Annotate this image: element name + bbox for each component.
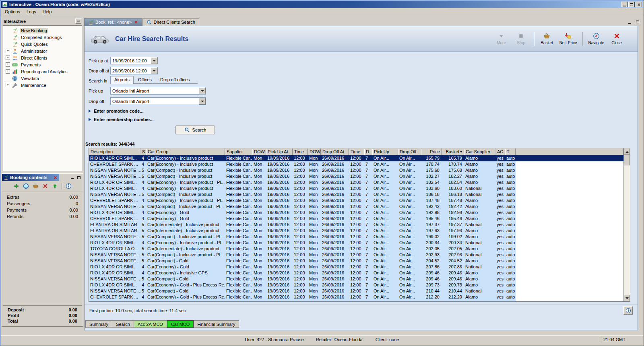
minimize-button[interactable]	[621, 2, 627, 7]
expand-plus-icon[interactable]: +	[6, 83, 10, 87]
result-row-6[interactable]: NISSAN VERSA NOTE ...5Car(Compact) - Inc…	[89, 192, 623, 198]
vertical-scrollbar[interactable]	[623, 148, 630, 301]
minimize-panel-button[interactable]	[69, 175, 75, 180]
chevron-down-icon[interactable]	[151, 67, 157, 74]
result-row-5[interactable]: RIO LX 4DR OR SIMI...4Car(Economy) - Inc…	[89, 185, 623, 192]
bottom-tab-summary[interactable]: Summary	[85, 320, 112, 328]
result-row-1[interactable]: CHEVROLET SPARK ...4Car(Economy) - Inclu…	[89, 161, 623, 167]
result-row-17[interactable]: NISSAN VERSA NOTE ...5Car(Compact) - Gol…	[89, 258, 623, 264]
bottom-tab-financial-summary[interactable]: Financial Summary	[194, 320, 239, 328]
result-row-14[interactable]: RIO LX 4DR OR SIMI...4Car(Economy) - Inc…	[89, 240, 623, 246]
chevron-down-icon[interactable]	[199, 87, 206, 94]
menu-logs[interactable]: Logs	[23, 8, 39, 15]
result-row-8[interactable]: NISSAN VERSA NOTE ...5Car(Compact) - Inc…	[89, 204, 623, 210]
result-row-18[interactable]: RIO LX 4DR OR SIMI...4Car(Economy) - Gol…	[89, 264, 623, 270]
result-row-0[interactable]: RIO LX 4DR OR SIMI...4Car(Economy) - Inc…	[89, 155, 623, 161]
result-row-13[interactable]: NISSAN VERSA NOTE ...5Car(Compact) - Inc…	[89, 234, 623, 240]
item-info-button[interactable]	[66, 183, 72, 189]
bottom-tab-search[interactable]: Search	[112, 320, 134, 328]
menu-options[interactable]: Options	[2, 8, 23, 15]
sidebar-item-completed-bookings[interactable]: Completed Bookings	[3, 34, 82, 41]
result-row-16[interactable]: NISSAN VERSA NOTE ...5Car(Compact) - Inc…	[89, 252, 623, 258]
column-header-dow-7[interactable]: DOW	[308, 148, 321, 155]
result-row-7[interactable]: CHEVROLET SPARK ...4Car(Economy) - Inclu…	[89, 198, 623, 204]
column-header-supplier-3[interactable]: Supplier	[225, 148, 252, 155]
dropoff-location-select[interactable]: Orlando Intl Airport	[110, 97, 206, 105]
expand-plus-icon[interactable]: +	[6, 49, 10, 53]
booking-row-payments[interactable]: Payments0.00	[2, 207, 83, 213]
chevron-down-icon[interactable]	[151, 57, 157, 64]
pickup-at-input[interactable]: 19/09/2016 12:00	[110, 57, 158, 64]
basket-transfer-button[interactable]	[33, 183, 39, 189]
search-in-tab-offices[interactable]: Offices	[134, 76, 156, 83]
pickup-location-select[interactable]: Orlando Intl Airport	[110, 87, 206, 95]
close-button[interactable]: Close	[609, 33, 624, 45]
basket-button[interactable]: Basket	[540, 33, 554, 45]
column-header-pick-up-at-5[interactable]: Pick Up At	[266, 148, 293, 155]
result-row-11[interactable]: ELANTRA OR SIMILAR5Car(Intermediate) - I…	[89, 222, 623, 228]
dropoff-at-input[interactable]: 26/09/2016 12:00	[110, 67, 158, 74]
search-button[interactable]: Search	[175, 126, 215, 134]
column-header-description-0[interactable]: Description	[89, 148, 140, 155]
bottom-tab-car-mco[interactable]: Car MCO	[167, 320, 194, 328]
maximize-button[interactable]	[628, 2, 635, 7]
tab-direct-clients-search[interactable]: Direct Clients Search	[142, 18, 199, 26]
restore-document-button[interactable]	[635, 19, 640, 25]
booking-row-deposit[interactable]: Deposit0.00	[3, 307, 82, 313]
collapse-panel-button[interactable]	[75, 19, 81, 24]
booking-row-extras[interactable]: Extras0.00	[2, 194, 83, 200]
sidebar-item-administrator[interactable]: +Administrator	[3, 47, 82, 54]
info-button[interactable]	[623, 306, 633, 315]
bottom-tab-acc-2a-mco[interactable]: Acc 2A MCO	[134, 320, 167, 328]
booking-row-refunds[interactable]: Refunds0.00	[2, 213, 83, 220]
column-header-price-13[interactable]: Price	[421, 148, 442, 155]
result-row-9[interactable]: RIO LX 4DR OR SIMI...4Car(Economy) - Gol…	[89, 210, 623, 216]
booking-row-profit[interactable]: Profit0.00	[3, 313, 82, 318]
menu-help[interactable]: Help	[39, 8, 55, 15]
result-row-12[interactable]: ELANTRA OR SIMILAR5Car(Intermediate) - I…	[89, 228, 623, 234]
booking-row-total[interactable]: Total0.00	[3, 318, 82, 324]
result-row-22[interactable]: NISSAN VERSA NOTE ...5Car(Compact) - Gol…	[89, 288, 623, 294]
column-header-ac-16[interactable]: AC	[495, 148, 505, 155]
sidebar-item-quick-quotes[interactable]: Quick Quotes	[3, 41, 82, 47]
membership-number-expander[interactable]: Enter membership number...	[89, 117, 154, 122]
result-row-2[interactable]: NISSAN VERSA NOTE ...5Car(Compact) - Inc…	[89, 167, 623, 173]
nett-price-button[interactable]: Nett Price	[559, 33, 577, 45]
scroll-down-button[interactable]	[624, 295, 630, 301]
column-header-time-9[interactable]: Time	[349, 148, 364, 155]
column-header-time-6[interactable]: Time	[293, 148, 308, 155]
search-in-tab-airports[interactable]: Airports	[110, 76, 134, 84]
column-header-car-group-2[interactable]: Car Group	[146, 148, 225, 155]
result-row-4[interactable]: RIO LX 4DR OR SIMI...4Car(Economy) - Inc…	[89, 179, 623, 185]
promotion-code-expander[interactable]: Enter promotion code...	[89, 109, 143, 113]
sidebar-item-reporting-and-analytics[interactable]: +Reporting and Analytics	[3, 68, 82, 75]
column-header-drop-off-at-8[interactable]: Drop Off At	[321, 148, 349, 155]
add-item-button[interactable]	[13, 183, 20, 189]
restore-panel-button[interactable]	[76, 175, 82, 180]
sidebar-item-new-booking[interactable]: New Booking	[3, 27, 82, 34]
result-row-23[interactable]: CHEVROLET SPARK ...4Car(Economy) - Gold …	[89, 294, 623, 300]
scrollbar-track[interactable]	[624, 165, 630, 295]
column-header-dow-4[interactable]: DOW	[252, 148, 266, 155]
column-header-d-10[interactable]: D	[364, 148, 372, 155]
close-booking-panel-button[interactable]	[53, 175, 58, 180]
expand-plus-icon[interactable]: +	[6, 56, 10, 60]
column-header-t-17[interactable]: T	[505, 148, 516, 155]
minimize-document-button[interactable]	[627, 19, 632, 25]
column-header-s-1[interactable]: S	[140, 148, 146, 155]
scrollbar-thumb[interactable]	[624, 155, 630, 165]
sidebar-item-payments[interactable]: +Payments	[3, 61, 82, 68]
search-in-tab-drop-off-offices[interactable]: Drop off offices	[156, 76, 194, 83]
result-row-10[interactable]: CHEVROLET SPARK ...4Car(Economy) - GoldF…	[89, 216, 623, 222]
chevron-down-icon[interactable]	[199, 98, 206, 105]
sidebar-item-maintenance[interactable]: +Maintenance	[3, 82, 82, 89]
tab-book-ref-none[interactable]: Book. ref.: <none>	[84, 18, 142, 26]
column-header-pick-up-11[interactable]: Pick Up	[372, 148, 398, 155]
column-header-car-supplier-15[interactable]: Car Supplier	[464, 148, 495, 155]
move-up-button[interactable]	[52, 183, 58, 189]
result-row-19[interactable]: RIO LX 4DR OR SIMI...4Car(Economy) - Inc…	[89, 270, 623, 276]
close-window-button[interactable]	[636, 2, 642, 7]
result-row-21[interactable]: RIO LX 4DR OR SIMI...4Car(Economy) - Gol…	[89, 282, 623, 288]
result-row-20[interactable]: NISSAN VERSA NOTE ...5Car(Compact) - Gol…	[89, 276, 623, 282]
sidebar-item-direct-clients[interactable]: +Direct Clients	[3, 54, 82, 61]
